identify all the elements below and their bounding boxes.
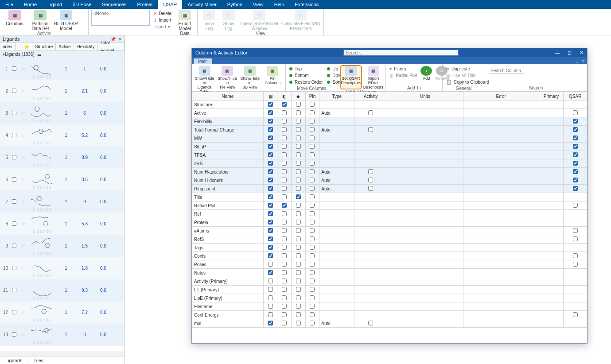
table-row[interactable]: Active Auto xyxy=(192,109,587,117)
vis-ligtable-checkbox[interactable] xyxy=(263,168,277,176)
vis-3d-checkbox[interactable] xyxy=(292,176,306,185)
qsar-checkbox[interactable] xyxy=(564,134,587,143)
vis-3d-checkbox[interactable] xyxy=(292,286,306,294)
vis-ligtable-checkbox[interactable] xyxy=(263,176,277,185)
ligand-row[interactable]: 13 ☆ Ligands 1 8 0.0 xyxy=(0,324,125,346)
pin-checkbox[interactable] xyxy=(305,302,319,311)
pin-checkbox[interactable] xyxy=(305,117,319,126)
activity-checkbox[interactable] xyxy=(354,302,387,311)
table-row[interactable]: Structure xyxy=(192,101,587,109)
vis-3d-checkbox[interactable] xyxy=(292,210,306,218)
vis-3d-checkbox[interactable] xyxy=(292,252,306,260)
export-button[interactable]: Export ▾ xyxy=(153,24,171,30)
ligand-row[interactable]: 10 ☆ Ligands 1 1.8 0.0 xyxy=(0,257,125,279)
vis-3d-checkbox[interactable] xyxy=(292,193,306,201)
pin-checkbox[interactable] xyxy=(305,185,319,193)
vis-ligtable-checkbox[interactable] xyxy=(263,235,277,244)
activity-checkbox[interactable] xyxy=(354,210,387,218)
tab-tiles[interactable]: Tiles xyxy=(28,356,50,364)
vis-ligtable-checkbox[interactable] xyxy=(263,277,277,286)
table-row[interactable]: Notes xyxy=(192,269,587,277)
activity-checkbox[interactable] xyxy=(354,109,387,117)
activity-checkbox[interactable] xyxy=(354,252,387,260)
dialog-table[interactable]: Name▦◧◆PinTypeActivityUnitsErrorPrimaryQ… xyxy=(192,92,587,343)
row-star-icon[interactable]: ☆ xyxy=(19,244,27,248)
vis-3d-checkbox[interactable] xyxy=(292,269,306,277)
vis-tile-checkbox[interactable] xyxy=(277,168,292,176)
col-header[interactable]: Units xyxy=(387,92,463,101)
ligand-row[interactable]: 2 ☆ Ligands 1 2.1 0.0 xyxy=(0,80,125,102)
menu-extensions[interactable]: Extensions xyxy=(289,0,324,9)
pin-checkbox[interactable] xyxy=(305,168,319,176)
vis-tile-checkbox[interactable] xyxy=(277,109,292,117)
vis-tile-checkbox[interactable] xyxy=(277,235,292,244)
ligand-row[interactable]: 6 ☆ Ligands 1 3.5 0.0 xyxy=(0,169,125,191)
activity-checkbox[interactable] xyxy=(354,193,387,201)
main-menubar[interactable]: FileHomeLigand3D PoseSequencesProteinQSA… xyxy=(0,0,611,9)
pin-checkbox[interactable] xyxy=(305,319,319,328)
table-row[interactable]: RofS xyxy=(192,235,587,244)
ligand-row[interactable]: 1 ☆ Ligands 1 1 0.0 xyxy=(0,58,125,80)
import-button[interactable]: ⇩Import xyxy=(153,17,171,23)
vis-ligtable-checkbox[interactable] xyxy=(263,260,277,269)
vis-tile-checkbox[interactable] xyxy=(277,218,292,227)
qsar-checkbox[interactable] xyxy=(564,201,587,210)
vis-3d-checkbox[interactable] xyxy=(292,151,306,159)
vis-tile-checkbox[interactable] xyxy=(277,151,292,159)
vis-ligtable-checkbox[interactable] xyxy=(263,151,277,159)
qsar-checkbox[interactable] xyxy=(564,302,587,311)
pin-checkbox[interactable] xyxy=(305,311,319,319)
menu-ligand[interactable]: Ligand xyxy=(42,0,67,9)
vis-ligtable-checkbox[interactable] xyxy=(263,294,277,302)
filters-button[interactable]: ▾Filters xyxy=(389,66,417,72)
table-row[interactable]: Activity (Primary) xyxy=(192,277,587,286)
pin-checkbox[interactable] xyxy=(305,235,319,244)
row-checkbox[interactable] xyxy=(10,244,19,249)
table-row[interactable]: Num H-acceptors Auto xyxy=(192,168,587,176)
qsar-checkbox[interactable] xyxy=(564,101,587,109)
menu-3d-pose[interactable]: 3D Pose xyxy=(67,0,97,9)
vis-tile-checkbox[interactable] xyxy=(277,311,292,319)
move-bottom[interactable]: Bottom xyxy=(289,72,323,79)
row-checkbox[interactable] xyxy=(10,111,19,116)
activity-checkbox[interactable] xyxy=(354,286,387,294)
vis-3d-checkbox[interactable] xyxy=(292,201,306,210)
pin-checkbox[interactable] xyxy=(305,227,319,235)
vis-3d-checkbox[interactable] xyxy=(292,101,306,109)
qsar-checkbox[interactable] xyxy=(564,126,587,134)
activity-checkbox[interactable] xyxy=(354,126,387,134)
vis-ligtable-checkbox[interactable] xyxy=(263,185,277,193)
row-checkbox[interactable] xyxy=(10,266,19,271)
vis-3d-checkbox[interactable] xyxy=(292,277,306,286)
col-header[interactable]: Error xyxy=(463,92,539,101)
set-qsar-descriptors-button[interactable]: ▦ Set QSAR Descriptors xyxy=(340,65,362,89)
ligand-row[interactable]: 3 ☆ Ligands 1 6 0.0 xyxy=(0,102,125,124)
table-row[interactable]: Conf Energy xyxy=(192,311,587,319)
qsar-checkbox[interactable] xyxy=(564,235,587,244)
menu-activity-miner[interactable]: Activity Miner xyxy=(182,0,222,9)
vis-ligtable-checkbox[interactable] xyxy=(263,311,277,319)
row-checkbox[interactable] xyxy=(10,221,19,227)
use-as-title-button[interactable]: ▤Use as Title xyxy=(446,72,481,79)
pin-checkbox[interactable] xyxy=(305,260,319,269)
pin-checkbox[interactable] xyxy=(305,151,319,159)
menu-home[interactable]: Home xyxy=(19,0,42,9)
ligand-row[interactable]: 11 ☆ Ligands 1 9.3 0.0 xyxy=(0,279,125,302)
vis-tile-checkbox[interactable] xyxy=(277,201,292,210)
vis-tile-checkbox[interactable] xyxy=(277,143,292,151)
ligand-row[interactable]: 8 ☆ Ligands 1 5.3 0.0 xyxy=(0,213,125,235)
ligand-row[interactable]: 7 ☆ Ligands 1 9 0.0 xyxy=(0,191,125,213)
table-row[interactable]: TPSA xyxy=(192,151,587,159)
row-star-icon[interactable]: ☆ xyxy=(19,221,27,226)
activity-checkbox[interactable] xyxy=(354,143,387,151)
visibility-btn-1[interactable]: ▦Show/Hide in Tile View xyxy=(216,65,238,94)
table-row[interactable]: Title xyxy=(192,193,587,201)
pin-checkbox[interactable] xyxy=(305,109,319,117)
row-checkbox[interactable] xyxy=(10,332,19,337)
row-star-icon[interactable]: ☆ xyxy=(19,66,27,71)
menu-protein[interactable]: Protein xyxy=(132,0,158,9)
vis-tile-checkbox[interactable] xyxy=(277,117,292,126)
qsar-checkbox[interactable] xyxy=(564,151,587,159)
vis-3d-checkbox[interactable] xyxy=(292,218,306,227)
table-row[interactable]: Poses xyxy=(192,260,587,269)
